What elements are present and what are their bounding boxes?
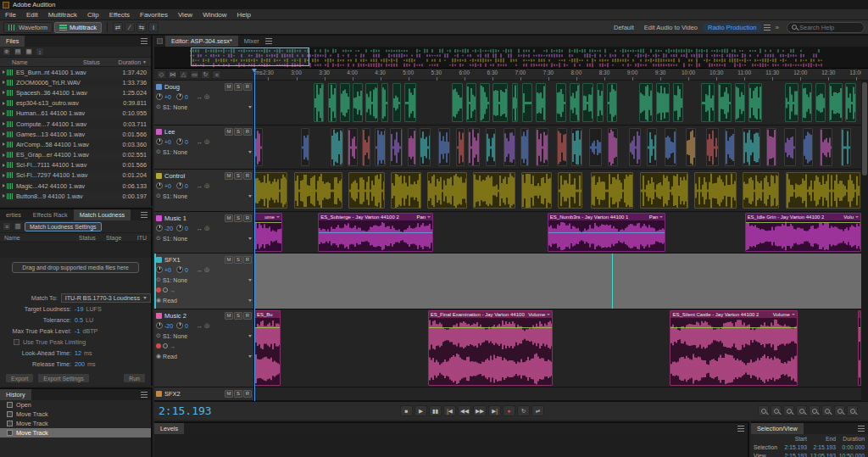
arm-record-button[interactable]: R xyxy=(243,83,252,91)
pan-knob[interactable] xyxy=(176,266,183,273)
audio-clip[interactable] xyxy=(686,128,696,166)
effects-power-icon[interactable] xyxy=(156,343,161,348)
audio-clip[interactable] xyxy=(362,128,370,166)
audio-clip[interactable] xyxy=(845,83,855,122)
file-row[interactable]: ES_Grap...er 44100 1.wav0:02.551 xyxy=(0,150,151,160)
expand-chevron-icon[interactable] xyxy=(3,70,5,74)
match-to-select[interactable]: ITU-R BS.1770-3 Loudness xyxy=(61,293,151,303)
audio-clip[interactable]: ES_Idle Grin - Jay Varton 44100 2Volu xyxy=(745,213,861,252)
panel-menu-icon[interactable] xyxy=(858,426,865,432)
envelope-line[interactable] xyxy=(746,222,860,223)
track-header[interactable]: SFX2MSR xyxy=(154,387,254,400)
solo-button[interactable]: S xyxy=(234,172,242,180)
field-value[interactable]: 0.5 xyxy=(75,316,83,324)
audio-clip[interactable] xyxy=(331,128,342,166)
track-color-chip[interactable] xyxy=(156,257,162,263)
solo-button[interactable]: S xyxy=(234,83,242,91)
send-selector[interactable]: S1: None xyxy=(163,333,247,339)
audio-clip[interactable]: ES_Bu xyxy=(254,310,281,386)
tab-effects-rack[interactable]: Effects Rack xyxy=(27,209,74,220)
effects-icon[interactable] xyxy=(163,287,168,293)
audio-clip[interactable] xyxy=(802,83,812,122)
audio-clip[interactable] xyxy=(486,128,496,166)
audio-clip[interactable] xyxy=(390,128,402,166)
clip-envelope-label[interactable]: Pan xyxy=(417,215,426,220)
expand-chevron-icon[interactable] xyxy=(3,142,5,146)
menu-window[interactable]: Window xyxy=(198,11,231,19)
volume-knob[interactable] xyxy=(156,322,163,329)
send-selector[interactable]: S1: None xyxy=(163,236,247,242)
time-value[interactable]: 13:05.193 xyxy=(809,453,837,457)
solo-button[interactable]: S xyxy=(234,312,242,320)
audio-clip[interactable] xyxy=(701,83,715,122)
sort-icon[interactable]: ↕ xyxy=(36,47,44,56)
track-color-chip[interactable] xyxy=(156,129,162,135)
list-icon[interactable]: ≡ xyxy=(3,222,11,231)
tab-mixer[interactable]: Mixer xyxy=(238,36,265,47)
arm-record-button[interactable]: R xyxy=(243,172,252,180)
track-header[interactable]: Music 1MSR-200↔◎⊙S1: None xyxy=(154,212,254,253)
arm-record-button[interactable]: R xyxy=(243,390,252,398)
time-value[interactable]: 10:50.000 xyxy=(837,453,866,457)
loudness-file-list[interactable] xyxy=(0,242,151,258)
track-lane[interactable]: ES_BuES_Final Examination - Jay Varton 4… xyxy=(254,309,861,387)
goto-end-button[interactable]: ▶| xyxy=(488,405,501,416)
expand-chevron-icon[interactable] xyxy=(3,184,5,187)
volume-knob[interactable] xyxy=(156,182,163,189)
audio-clip[interactable] xyxy=(328,83,337,122)
audio-clip[interactable] xyxy=(375,128,385,166)
zoom-out-full-button[interactable] xyxy=(758,405,769,416)
tab-levels[interactable]: Levels xyxy=(154,423,184,434)
move-tool-icon[interactable]: ⇄ xyxy=(113,22,123,32)
audio-clip[interactable] xyxy=(570,83,580,122)
panel-menu-icon[interactable] xyxy=(141,38,147,44)
file-row[interactable]: ES_Burn..nt 44100 1.wav1:37.420 xyxy=(0,67,151,77)
audio-clip[interactable] xyxy=(815,83,826,122)
zoom-in-button[interactable] xyxy=(771,405,782,416)
rewind-button[interactable]: ◀◀ xyxy=(458,405,471,416)
menu-view[interactable]: View xyxy=(173,11,198,19)
panel-menu-icon[interactable] xyxy=(737,426,744,432)
audio-clip[interactable] xyxy=(456,128,465,166)
export-button[interactable]: Export xyxy=(5,373,34,383)
audio-clip[interactable]: ES_Silent Castle - Jay Varton 44100 2Vol… xyxy=(670,310,797,386)
history-item[interactable]: Move Track xyxy=(0,419,151,428)
audio-clip[interactable] xyxy=(841,128,851,166)
audio-clip[interactable] xyxy=(597,83,604,122)
time-selection-tool-icon[interactable]: I xyxy=(148,22,159,32)
loop-icon[interactable]: ↻ xyxy=(201,70,210,79)
audio-clip[interactable] xyxy=(766,128,776,166)
tab-files[interactable]: Files xyxy=(0,36,25,47)
file-row[interactable]: Compute...7 44100 1.wav0:03.711 xyxy=(0,119,151,129)
vertical-scrollbar[interactable] xyxy=(861,81,868,401)
audio-clip[interactable] xyxy=(647,128,657,166)
audio-clip[interactable] xyxy=(301,128,309,166)
file-row[interactable]: esp304-s13_outro.wav0:39.811 xyxy=(0,98,151,109)
history-item[interactable]: Move Track xyxy=(0,410,151,419)
track-color-chip[interactable] xyxy=(156,84,162,90)
history-item[interactable]: Move Track xyxy=(0,428,151,437)
audio-clip[interactable] xyxy=(427,172,467,209)
clip-envelope-label[interactable]: Volu xyxy=(843,215,854,220)
file-row[interactable]: ZOOM0006_TrLR.WAV1:33.736 xyxy=(0,77,151,87)
audio-clip[interactable] xyxy=(392,83,401,122)
audio-clip[interactable] xyxy=(629,128,641,166)
audio-clip[interactable] xyxy=(404,83,416,122)
field-value[interactable]: -1 xyxy=(75,327,80,335)
audio-clip[interactable] xyxy=(706,128,718,166)
field-value[interactable]: -19 xyxy=(75,305,83,313)
audio-clip[interactable] xyxy=(558,172,582,209)
scrollbar-thumb[interactable] xyxy=(862,82,867,176)
envelope-line[interactable] xyxy=(548,232,665,233)
audio-clip[interactable] xyxy=(340,83,350,122)
history-item[interactable]: Open xyxy=(0,400,151,410)
search-input[interactable] xyxy=(799,24,855,31)
volume-knob[interactable] xyxy=(156,93,163,100)
multitrack-view-button[interactable]: Multitrack xyxy=(54,22,102,33)
workspace-edit-audio-to-video[interactable]: Edit Audio to Video xyxy=(640,23,702,32)
audio-clip[interactable] xyxy=(353,83,363,122)
clip-envelope-label[interactable]: Pan xyxy=(649,215,659,220)
expand-chevron-icon[interactable] xyxy=(3,132,5,136)
audio-clip[interactable] xyxy=(607,83,617,122)
audio-clip[interactable] xyxy=(571,128,581,166)
